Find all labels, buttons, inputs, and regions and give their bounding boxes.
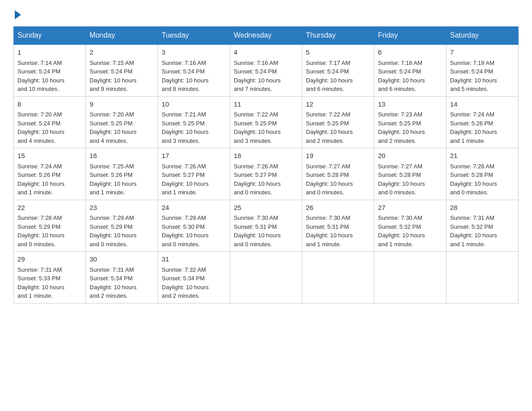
- calendar-cell: [374, 252, 446, 304]
- day-number: 18: [234, 151, 298, 161]
- day-number: 22: [17, 203, 82, 213]
- calendar-cell: 14Sunrise: 7:24 AMSunset: 5:26 PMDayligh…: [446, 96, 519, 148]
- calendar-cell: 12Sunrise: 7:22 AMSunset: 5:25 PMDayligh…: [302, 96, 374, 148]
- col-header-tuesday: Tuesday: [158, 27, 230, 45]
- day-number: 19: [306, 151, 370, 161]
- day-number: 7: [450, 47, 515, 58]
- day-number: 6: [378, 47, 442, 58]
- calendar-cell: 17Sunrise: 7:26 AMSunset: 5:27 PMDayligh…: [158, 148, 230, 200]
- calendar-cell: 3Sunrise: 7:16 AMSunset: 5:24 PMDaylight…: [158, 44, 230, 96]
- calendar-cell: [446, 252, 519, 304]
- calendar-cell: 5Sunrise: 7:17 AMSunset: 5:24 PMDaylight…: [302, 44, 374, 96]
- calendar-week-1: 1Sunrise: 7:14 AMSunset: 5:24 PMDaylight…: [14, 44, 519, 96]
- logo-arrow-icon: [15, 10, 21, 19]
- calendar-cell: 23Sunrise: 7:29 AMSunset: 5:29 PMDayligh…: [86, 200, 158, 252]
- day-number: 4: [234, 47, 298, 58]
- day-number: 13: [378, 99, 442, 110]
- calendar-cell: [230, 252, 302, 304]
- day-number: 14: [450, 99, 515, 110]
- calendar-cell: 13Sunrise: 7:23 AMSunset: 5:25 PMDayligh…: [374, 96, 446, 148]
- day-number: 16: [90, 151, 154, 161]
- calendar-cell: 31Sunrise: 7:32 AMSunset: 5:34 PMDayligh…: [158, 252, 230, 304]
- calendar-cell: 20Sunrise: 7:27 AMSunset: 5:28 PMDayligh…: [374, 148, 446, 200]
- page-header: [13, 9, 519, 17]
- calendar-header-row: SundayMondayTuesdayWednesdayThursdayFrid…: [14, 27, 519, 45]
- calendar-cell: 28Sunrise: 7:31 AMSunset: 5:32 PMDayligh…: [446, 200, 519, 252]
- calendar-cell: 15Sunrise: 7:24 AMSunset: 5:26 PMDayligh…: [14, 148, 86, 200]
- day-number: 28: [450, 203, 515, 213]
- col-header-wednesday: Wednesday: [230, 27, 302, 45]
- col-header-thursday: Thursday: [302, 27, 374, 45]
- day-number: 21: [450, 151, 515, 161]
- calendar-cell: 26Sunrise: 7:30 AMSunset: 5:31 PMDayligh…: [302, 200, 374, 252]
- calendar-cell: 18Sunrise: 7:26 AMSunset: 5:27 PMDayligh…: [230, 148, 302, 200]
- day-number: 5: [306, 47, 370, 58]
- calendar-cell: 1Sunrise: 7:14 AMSunset: 5:24 PMDaylight…: [14, 44, 86, 96]
- day-number: 23: [90, 203, 154, 213]
- day-number: 26: [306, 203, 370, 213]
- calendar-cell: 7Sunrise: 7:19 AMSunset: 5:24 PMDaylight…: [446, 44, 519, 96]
- calendar-cell: 11Sunrise: 7:22 AMSunset: 5:25 PMDayligh…: [230, 96, 302, 148]
- col-header-saturday: Saturday: [446, 27, 519, 45]
- day-number: 11: [234, 99, 298, 110]
- day-number: 15: [17, 151, 82, 161]
- calendar-cell: 6Sunrise: 7:18 AMSunset: 5:24 PMDaylight…: [374, 44, 446, 96]
- calendar-cell: 24Sunrise: 7:29 AMSunset: 5:30 PMDayligh…: [158, 200, 230, 252]
- day-number: 3: [162, 47, 226, 58]
- calendar-cell: 10Sunrise: 7:21 AMSunset: 5:25 PMDayligh…: [158, 96, 230, 148]
- day-number: 27: [378, 203, 442, 213]
- calendar-cell: [302, 252, 374, 304]
- day-number: 10: [162, 99, 226, 110]
- calendar-cell: 19Sunrise: 7:27 AMSunset: 5:28 PMDayligh…: [302, 148, 374, 200]
- calendar-cell: 22Sunrise: 7:28 AMSunset: 5:29 PMDayligh…: [14, 200, 86, 252]
- day-number: 12: [306, 99, 370, 110]
- calendar-cell: 30Sunrise: 7:31 AMSunset: 5:34 PMDayligh…: [86, 252, 158, 304]
- calendar-cell: 16Sunrise: 7:25 AMSunset: 5:26 PMDayligh…: [86, 148, 158, 200]
- day-number: 1: [17, 47, 82, 58]
- col-header-sunday: Sunday: [14, 27, 86, 45]
- day-number: 25: [234, 203, 298, 213]
- col-header-monday: Monday: [86, 27, 158, 45]
- calendar-cell: 4Sunrise: 7:16 AMSunset: 5:24 PMDaylight…: [230, 44, 302, 96]
- calendar-cell: 9Sunrise: 7:20 AMSunset: 5:25 PMDaylight…: [86, 96, 158, 148]
- calendar-week-5: 29Sunrise: 7:31 AMSunset: 5:33 PMDayligh…: [14, 252, 519, 304]
- day-number: 8: [17, 99, 82, 110]
- calendar-cell: 2Sunrise: 7:15 AMSunset: 5:24 PMDaylight…: [86, 44, 158, 96]
- day-number: 31: [162, 254, 226, 265]
- calendar-cell: 21Sunrise: 7:28 AMSunset: 5:28 PMDayligh…: [446, 148, 519, 200]
- calendar-table: SundayMondayTuesdayWednesdayThursdayFrid…: [13, 26, 519, 304]
- calendar-cell: 8Sunrise: 7:20 AMSunset: 5:24 PMDaylight…: [14, 96, 86, 148]
- calendar-cell: 27Sunrise: 7:30 AMSunset: 5:32 PMDayligh…: [374, 200, 446, 252]
- calendar-week-2: 8Sunrise: 7:20 AMSunset: 5:24 PMDaylight…: [14, 96, 519, 148]
- day-number: 9: [90, 99, 154, 110]
- col-header-friday: Friday: [374, 27, 446, 45]
- day-number: 20: [378, 151, 442, 161]
- day-number: 29: [17, 254, 82, 265]
- day-number: 30: [90, 254, 154, 265]
- calendar-week-3: 15Sunrise: 7:24 AMSunset: 5:26 PMDayligh…: [14, 148, 519, 200]
- day-number: 17: [162, 151, 226, 161]
- logo: [13, 9, 21, 17]
- calendar-cell: 29Sunrise: 7:31 AMSunset: 5:33 PMDayligh…: [14, 252, 86, 304]
- day-number: 24: [162, 203, 226, 213]
- calendar-cell: 25Sunrise: 7:30 AMSunset: 5:31 PMDayligh…: [230, 200, 302, 252]
- day-number: 2: [90, 47, 154, 58]
- calendar-week-4: 22Sunrise: 7:28 AMSunset: 5:29 PMDayligh…: [14, 200, 519, 252]
